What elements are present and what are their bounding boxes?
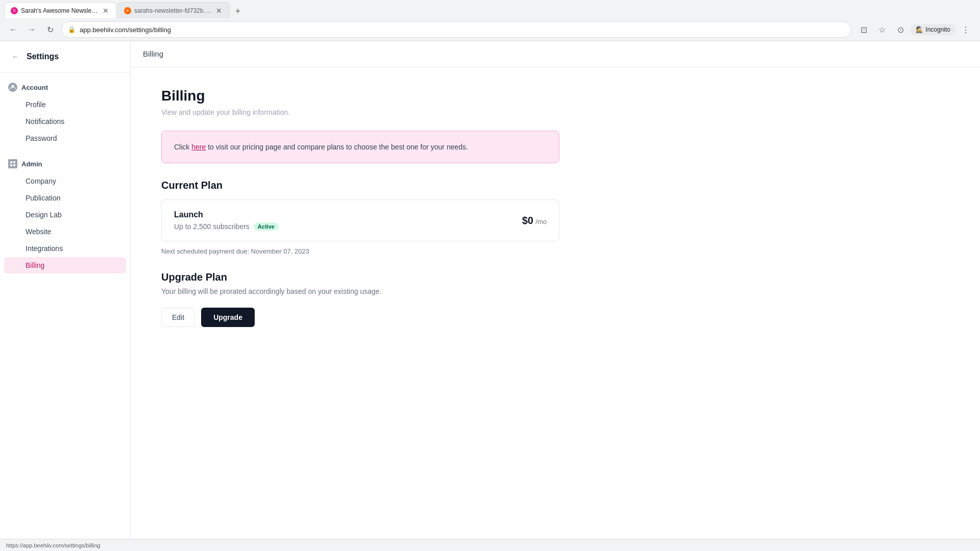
subscriber-count: Up to 2,500 subscribers [174, 222, 250, 231]
notifications-label: Notifications [26, 117, 64, 126]
svg-rect-2 [13, 161, 15, 163]
cast-icon[interactable]: ⊡ [855, 21, 872, 38]
current-plan-title: Current Plan [161, 180, 559, 191]
tab-title-2: sarahs-newsletter-fd732b.beehi... [134, 7, 212, 14]
back-nav-button[interactable]: ← [6, 22, 20, 37]
company-label: Company [26, 177, 56, 185]
address-text: app.beehiiv.com/settings/billing [80, 26, 845, 34]
info-box: Click here to visit our pricing page and… [161, 131, 559, 163]
plan-subscribers: Up to 2,500 subscribers Active [174, 222, 279, 231]
address-bar-row: ← → ↻ 🔒 app.beehiiv.com/settings/billing… [0, 18, 980, 41]
integrations-label: Integrations [26, 244, 63, 253]
svg-rect-4 [13, 164, 15, 166]
account-section-icon [8, 83, 17, 92]
sidebar-title: Settings [27, 52, 59, 61]
incognito-label: Incognito [925, 26, 950, 33]
sidebar-item-company[interactable]: Company [4, 173, 126, 189]
page-subtitle: View and update your billing information… [161, 108, 559, 116]
new-tab-button[interactable]: + [231, 4, 245, 18]
sidebar-item-publication[interactable]: Publication [4, 190, 126, 206]
admin-section-label: Admin [21, 160, 42, 168]
admin-section-header: Admin [0, 157, 130, 172]
sidebar-item-password[interactable]: Password [4, 130, 126, 146]
browser-chrome: S Sarah's Awesome Newsletter - b... ✕ b … [0, 0, 980, 41]
info-suffix: to visit our pricing page and compare pl… [206, 143, 468, 151]
active-tab[interactable]: S Sarah's Awesome Newsletter - b... ✕ [4, 2, 116, 18]
website-label: Website [26, 228, 51, 236]
price-period: /mo [535, 218, 547, 226]
info-link[interactable]: here [191, 143, 206, 151]
content-area: Billing View and update your billing inf… [131, 67, 590, 347]
upgrade-subtitle: Your billing will be prorated accordingl… [161, 287, 559, 295]
inactive-tab[interactable]: b sarahs-newsletter-fd732b.beehi... ✕ [117, 2, 230, 18]
sidebar-item-website[interactable]: Website [4, 223, 126, 240]
plan-card: Launch Up to 2,500 subscribers Active $0… [161, 199, 559, 241]
sidebar-item-design-lab[interactable]: Design Lab [4, 207, 126, 223]
sidebar-item-notifications[interactable]: Notifications [4, 113, 126, 130]
sidebar-section-account: Account Profile Notifications Password [0, 72, 130, 149]
upgrade-plan-title: Upgrade Plan [161, 271, 559, 283]
account-section-label: Account [21, 84, 48, 91]
billing-label: Billing [26, 261, 44, 269]
page-title: Billing [161, 88, 559, 104]
browser-tabs: S Sarah's Awesome Newsletter - b... ✕ b … [0, 0, 980, 18]
active-badge: Active [254, 222, 279, 231]
info-prefix: Click [174, 143, 191, 151]
main-content: Billing Billing View and update your bil… [131, 41, 980, 539]
sidebar-header: ← Settings [0, 41, 130, 72]
upgrade-button[interactable]: Upgrade [201, 308, 255, 327]
password-label: Password [26, 134, 57, 142]
toolbar-icons: ⊡ ☆ ⊙ 🕵 Incognito ⋮ [855, 21, 974, 38]
plan-price: $0 /mo [522, 215, 547, 227]
sidebar-item-integrations[interactable]: Integrations [4, 240, 126, 257]
publication-label: Publication [26, 194, 61, 202]
incognito-badge[interactable]: 🕵 Incognito [911, 24, 955, 35]
sidebar-section-admin: Admin Company Publication Design Lab Web… [0, 149, 130, 276]
price-amount: $0 [522, 215, 533, 226]
page-header-title: Billing [143, 49, 163, 58]
tab-title-1: Sarah's Awesome Newsletter - b... [21, 7, 99, 14]
menu-icon[interactable]: ⋮ [958, 21, 974, 38]
app-layout: ← Settings Account Profile Notifications [0, 41, 980, 539]
account-section-header: Account [0, 81, 130, 96]
sidebar-back-button[interactable]: ← [8, 49, 22, 64]
page-header: Billing [131, 41, 980, 67]
forward-nav-button[interactable]: → [24, 22, 39, 37]
admin-section-icon [8, 159, 17, 168]
sidebar: ← Settings Account Profile Notifications [0, 41, 131, 539]
svg-rect-1 [10, 161, 12, 163]
tab-close-2[interactable]: ✕ [215, 7, 223, 15]
svg-rect-3 [10, 164, 12, 166]
lock-icon: 🔒 [68, 26, 76, 33]
bookmark-icon[interactable]: ☆ [874, 21, 890, 38]
edit-button[interactable]: Edit [161, 308, 195, 327]
tab-close-1[interactable]: ✕ [102, 7, 110, 15]
sidebar-item-profile[interactable]: Profile [4, 96, 126, 113]
design-lab-label: Design Lab [26, 211, 62, 219]
reload-button[interactable]: ↻ [43, 22, 57, 37]
plan-name: Launch [174, 210, 279, 219]
sidebar-item-billing[interactable]: Billing [4, 257, 126, 273]
status-bar: https://app.beehiiv.com/settings/billing [0, 539, 980, 551]
action-buttons: Edit Upgrade [161, 308, 559, 327]
tab-favicon-1: S [11, 7, 18, 14]
profile-icon[interactable]: ⊙ [892, 21, 909, 38]
profile-label: Profile [26, 101, 46, 109]
payment-due: Next scheduled payment due: November 07,… [161, 247, 559, 255]
plan-info: Launch Up to 2,500 subscribers Active [174, 210, 279, 231]
incognito-icon: 🕵 [916, 26, 923, 33]
address-bar[interactable]: 🔒 app.beehiiv.com/settings/billing [61, 21, 851, 38]
status-url: https://app.beehiiv.com/settings/billing [6, 542, 100, 548]
tab-favicon-2: b [124, 7, 131, 14]
